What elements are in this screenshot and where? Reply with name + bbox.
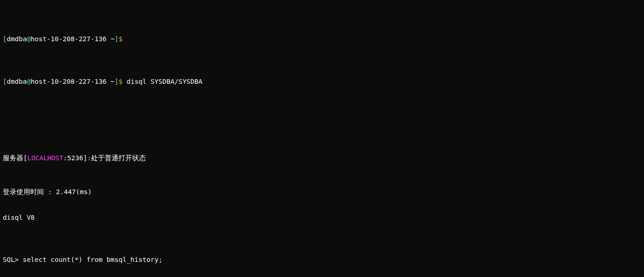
shell-command: disql SYSDBA/SYSDBA xyxy=(127,78,203,85)
prev-prompt-line: [dmdba@host-10-208-227-136 ~]$ xyxy=(3,35,641,43)
login-time-line: 登录使用时间 : 2.447(ms) xyxy=(3,188,641,196)
client-version-line: disql V8 xyxy=(3,213,641,222)
sql-line-1: SQL> select count(*) from bmsql_history; xyxy=(3,255,641,264)
sql-query: select count(*) from bmsql_history; xyxy=(23,256,163,263)
server-status-line: 服务器[LOCALHOST:5236]:处于普通打开状态 xyxy=(3,154,641,163)
terminal[interactable]: [dmdba@host-10-208-227-136 ~]$ [dmdba@ho… xyxy=(0,0,644,277)
blank-line xyxy=(3,111,641,120)
shell-prompt-line: [dmdba@host-10-208-227-136 ~]$ disql SYS… xyxy=(3,77,641,86)
